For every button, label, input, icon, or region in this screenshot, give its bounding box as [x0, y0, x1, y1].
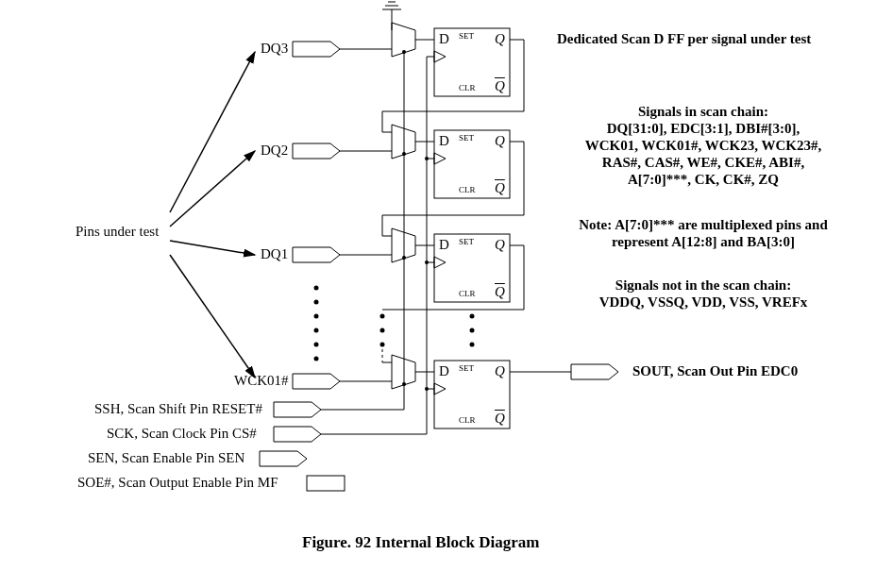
- signals-chain-title: Signals in scan chain:: [557, 104, 850, 120]
- ff4-q: Q: [495, 363, 505, 379]
- svg-point-27: [470, 314, 475, 319]
- svg-point-30: [380, 314, 385, 319]
- ff1-qbar: Q: [495, 78, 505, 94]
- pin-wck01-label: WCK01#: [234, 373, 289, 389]
- ff3-clr: CLR: [459, 289, 476, 298]
- svg-point-12: [314, 328, 319, 333]
- ff1-q: Q: [495, 31, 505, 47]
- sck-label: SCK, Scan Clock Pin CS#: [107, 426, 257, 442]
- ff1-d: D: [439, 31, 449, 47]
- pins-under-test-label: Pins under test: [76, 224, 159, 240]
- not-chain-title: Signals not in the scan chain:: [557, 277, 850, 294]
- ff1-set: SET: [459, 31, 474, 41]
- svg-point-11: [314, 314, 319, 319]
- ff2-qbar: Q: [495, 180, 505, 196]
- ff4-d: D: [439, 363, 449, 379]
- pin-dq1-label: DQ1: [261, 246, 288, 262]
- ff3-d: D: [439, 237, 449, 253]
- ff2-clr: CLR: [459, 185, 476, 194]
- svg-point-10: [314, 300, 319, 305]
- svg-point-31: [380, 328, 385, 333]
- svg-point-28: [470, 328, 475, 333]
- note-l1: Note: A[7:0]*** are multiplexed pins and: [557, 217, 850, 233]
- svg-rect-4: [307, 476, 345, 491]
- soe-label: SOE#, Scan Output Enable Pin MF: [77, 475, 278, 491]
- ff4-set: SET: [459, 363, 474, 373]
- not-chain-l1: VDDQ, VSSQ, VDD, VSS, VREFx: [557, 294, 850, 311]
- svg-point-63: [425, 260, 429, 264]
- note-l2: represent A[12:8] and BA[3:0]: [557, 234, 850, 250]
- figure-caption: Figure. 92 Internal Block Diagram: [302, 533, 539, 552]
- signals-chain-l4: A[7:0]***, CK, CK#, ZQ: [557, 172, 850, 188]
- svg-point-14: [314, 357, 319, 361]
- ff2-d: D: [439, 133, 449, 149]
- svg-point-52: [402, 50, 406, 54]
- ff3-qbar: Q: [495, 284, 505, 300]
- ff2-set: SET: [459, 133, 474, 143]
- ff3-set: SET: [459, 237, 474, 246]
- ff1-clr: CLR: [459, 83, 476, 92]
- svg-point-54: [402, 256, 406, 260]
- pin-dq2-label: DQ2: [261, 143, 288, 159]
- svg-line-2: [170, 241, 255, 255]
- pin-dq3-label: DQ3: [261, 41, 288, 57]
- ff2-q: Q: [495, 133, 505, 149]
- ff4-clr: CLR: [459, 415, 476, 425]
- svg-line-3: [170, 255, 255, 378]
- sout-label: SOUT, Scan Out Pin EDC0: [632, 363, 798, 379]
- svg-point-9: [314, 286, 319, 291]
- signals-chain-l1: DQ[31:0], EDC[3:1], DBI#[3:0],: [557, 121, 850, 137]
- ff4-qbar: Q: [495, 411, 505, 427]
- svg-point-32: [380, 343, 385, 347]
- svg-point-64: [425, 387, 429, 391]
- signals-chain-l3: RAS#, CAS#, WE#, CKE#, ABI#,: [557, 155, 850, 171]
- ssh-label: SSH, Scan Shift Pin RESET#: [94, 401, 262, 417]
- svg-point-55: [402, 382, 406, 386]
- svg-point-13: [314, 343, 319, 347]
- ff3-q: Q: [495, 237, 505, 253]
- sen-label: SEN, Scan Enable Pin SEN: [88, 450, 244, 466]
- dedicated-ff-text: Dedicated Scan D FF per signal under tes…: [557, 31, 811, 47]
- signals-chain-l2: WCK01, WCK01#, WCK23, WCK23#,: [557, 138, 850, 154]
- svg-point-29: [470, 343, 475, 347]
- svg-point-62: [425, 157, 429, 160]
- svg-point-53: [402, 152, 406, 156]
